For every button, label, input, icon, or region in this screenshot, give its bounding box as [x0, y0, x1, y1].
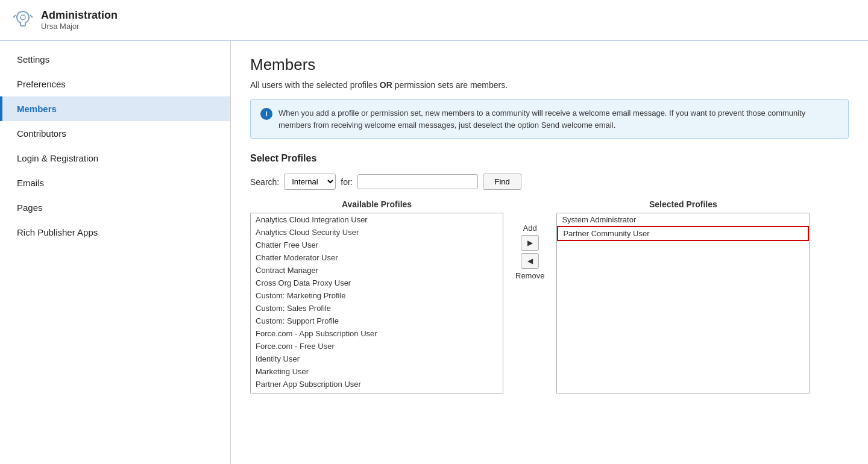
svg-point-0	[20, 15, 25, 20]
sidebar: SettingsPreferencesMembersContributorsLo…	[0, 41, 231, 464]
info-icon: i	[260, 108, 272, 120]
sidebar-item-pages[interactable]: Pages	[0, 195, 230, 220]
subtitle-part1: All users with the selected profiles	[250, 80, 380, 90]
available-profiles-list[interactable]: Analytics Cloud Integration UserAnalytic…	[250, 213, 503, 393]
available-profile-item[interactable]: Custom: Marketing Profile	[251, 289, 503, 302]
header-text: Administration Ursa Major	[41, 9, 118, 31]
available-profile-item[interactable]: Cross Org Data Proxy User	[251, 277, 503, 289]
available-profile-item[interactable]: Identity User	[251, 353, 503, 365]
available-profiles-label: Available Profiles	[342, 199, 412, 209]
available-profile-item[interactable]: Analytics Cloud Security User	[251, 226, 503, 239]
available-profile-item[interactable]: Chatter Free User	[251, 239, 503, 251]
sidebar-item-preferences[interactable]: Preferences	[0, 72, 230, 96]
app-title: Administration	[41, 9, 118, 22]
for-label: for:	[341, 177, 353, 187]
main-content: Members All users with the selected prof…	[231, 41, 868, 464]
sidebar-item-login-registration[interactable]: Login & Registration	[0, 146, 230, 171]
available-profile-item[interactable]: Force.com - App Subscription User	[251, 327, 503, 340]
app-subtitle: Ursa Major	[41, 22, 118, 31]
available-profile-item[interactable]: Custom: Support Profile	[251, 315, 503, 327]
page-title: Members	[250, 55, 849, 74]
available-profile-item[interactable]: Custom: Sales Profile	[251, 302, 503, 315]
add-remove-col: Add ▶ ◀ Remove	[515, 199, 544, 280]
selected-profiles-label: Selected Profiles	[649, 199, 717, 209]
search-row: Search: InternalExternalAll for: Find	[250, 174, 849, 190]
sidebar-item-emails[interactable]: Emails	[0, 171, 230, 195]
available-profile-item[interactable]: Force.com - Free User	[251, 340, 503, 353]
sidebar-item-members[interactable]: Members	[0, 96, 230, 121]
available-profile-item[interactable]: Chatter Moderator User	[251, 251, 503, 264]
layout: SettingsPreferencesMembersContributorsLo…	[0, 41, 868, 464]
search-label: Search:	[250, 177, 279, 187]
available-profile-item[interactable]: Marketing User	[251, 365, 503, 378]
info-text: When you add a profile or permission set…	[278, 107, 838, 131]
section-title: Select Profiles	[250, 153, 849, 164]
selected-profile-item[interactable]: Partner Community User	[557, 226, 809, 241]
selected-profiles-container: Selected Profiles System AdministratorPa…	[556, 199, 810, 393]
sidebar-item-contributors[interactable]: Contributors	[0, 121, 230, 146]
available-profile-item[interactable]: Analytics Cloud Integration User	[251, 213, 503, 226]
sidebar-item-settings[interactable]: Settings	[0, 47, 230, 72]
subtitle-or: OR	[380, 80, 392, 90]
info-box: i When you add a profile or permission s…	[250, 99, 849, 139]
available-profile-item[interactable]: Read Only	[251, 390, 503, 393]
admin-icon	[12, 9, 34, 31]
selected-profiles-list[interactable]: System AdministratorPartner Community Us…	[556, 213, 810, 393]
subtitle-part2: permission sets are members.	[392, 80, 508, 90]
add-button[interactable]: ▶	[521, 235, 539, 251]
remove-button[interactable]: ◀	[521, 253, 539, 269]
selected-profile-item[interactable]: System Administrator	[557, 213, 809, 226]
available-profiles-container: Available Profiles Analytics Cloud Integ…	[250, 199, 503, 393]
available-profile-item[interactable]: Partner App Subscription User	[251, 378, 503, 390]
remove-label: Remove	[515, 271, 544, 280]
app-header: Administration Ursa Major	[0, 0, 868, 41]
search-select[interactable]: InternalExternalAll	[284, 174, 336, 190]
add-label: Add	[523, 224, 537, 233]
find-button[interactable]: Find	[483, 174, 521, 190]
search-input[interactable]	[357, 174, 478, 189]
page-subtitle: All users with the selected profiles OR …	[250, 80, 849, 90]
sidebar-item-rich-publisher-apps[interactable]: Rich Publisher Apps	[0, 220, 230, 245]
available-profile-item[interactable]: Contract Manager	[251, 264, 503, 277]
profiles-area: Available Profiles Analytics Cloud Integ…	[250, 199, 849, 393]
